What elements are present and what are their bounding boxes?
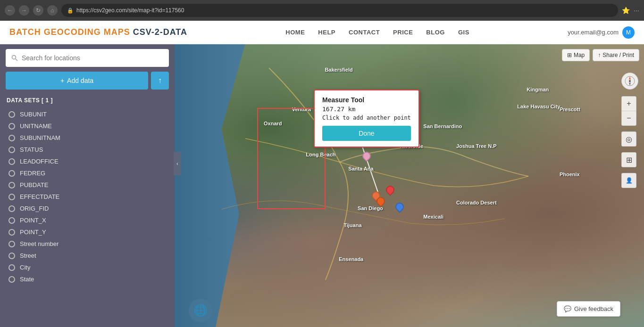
user-email: your.email@g.com (568, 29, 619, 36)
radio-button[interactable] (8, 264, 15, 271)
address-bar[interactable]: 🔒 https://csv2geo.com/site/map-it?id=117… (61, 4, 618, 17)
radio-button[interactable] (8, 253, 15, 259)
radio-button[interactable] (8, 182, 15, 188)
nav-home[interactable]: HOME (285, 29, 305, 36)
dataset-item[interactable]: UNITNAME (0, 120, 175, 132)
dataset-item[interactable]: ORIG_FID (0, 203, 175, 214)
bookmark-icon[interactable]: ⭐ (622, 7, 630, 14)
dataset-item[interactable]: City (0, 262, 175, 273)
measure-done-button[interactable]: Done (322, 126, 411, 141)
radio-button[interactable] (8, 194, 15, 200)
dataset-item[interactable]: LEADOFFICE (0, 155, 175, 167)
nav-blog[interactable]: BLOG (426, 29, 445, 36)
nav-help[interactable]: HELP (318, 29, 335, 36)
radio-button[interactable] (8, 205, 15, 212)
refresh-button[interactable]: ↻ (33, 5, 43, 16)
layers-button[interactable]: ⊞ (621, 152, 636, 167)
search-bar[interactable] (6, 49, 169, 67)
globe-watermark: 🌐 (189, 299, 212, 322)
radio-button[interactable] (8, 147, 15, 153)
map-background (175, 44, 644, 327)
dataset-item[interactable]: FEDREG (0, 167, 175, 179)
forward-button[interactable]: → (19, 5, 29, 16)
radio-button[interactable] (8, 158, 15, 165)
dataset-item[interactable]: Street (0, 250, 175, 262)
nav-contact[interactable]: CONTACT (349, 29, 380, 36)
add-data-button[interactable]: + Add data (6, 72, 148, 90)
radio-button[interactable] (8, 170, 15, 177)
field-name: Street number (20, 240, 59, 247)
streetview-button[interactable]: 👤 (621, 173, 636, 188)
dataset-list: SUBUNITUNITNAMESUBUNITNAMSTATUSLEADOFFIC… (0, 106, 175, 327)
radio-button[interactable] (8, 111, 15, 118)
dataset-item[interactable]: State (0, 273, 175, 285)
radio-button[interactable] (8, 229, 15, 236)
back-button[interactable]: ← (5, 5, 15, 16)
svg-point-0 (12, 56, 16, 59)
dataset-item[interactable]: SUBUNIT (0, 108, 175, 120)
recenter-button[interactable]: ◎ (621, 131, 636, 147)
url-text: https://csv2geo.com/site/map-it?id=11756… (76, 7, 184, 14)
share-icon: ↑ (598, 52, 601, 58)
share-print-button[interactable]: ↑ Share / Print (593, 49, 639, 61)
search-icon (11, 55, 18, 61)
field-name: STATUS (20, 146, 43, 153)
map-marker-5[interactable] (395, 203, 405, 214)
sidebar-collapse[interactable]: ‹ (174, 152, 181, 175)
menu-icon[interactable]: ··· (634, 7, 639, 14)
radio-button[interactable] (8, 123, 15, 130)
dataset-item[interactable]: SUBUNITNAM (0, 132, 175, 144)
compass-icon (624, 75, 636, 87)
map-tool-label: Map (574, 52, 585, 58)
map-area[interactable]: BakersfieldKingmanVenturaLos AngelesSan … (175, 44, 644, 327)
map-toolbar: ⊞ Map ↑ Share / Print (562, 49, 639, 61)
dataset-item[interactable]: POINT_Y (0, 226, 175, 238)
dataset-item[interactable]: POINT_X (0, 214, 175, 226)
map-marker-1[interactable] (362, 152, 372, 163)
dataset-item[interactable]: Street number (0, 238, 175, 250)
map-marker-3[interactable] (386, 186, 395, 197)
user-area: your.email@g.com M (568, 26, 635, 39)
feedback-icon: 💬 (564, 305, 571, 312)
add-data-label: Add data (67, 77, 93, 84)
south-arrow (629, 82, 631, 86)
dataset-item[interactable]: PUBDATE (0, 179, 175, 191)
compass-control[interactable] (621, 73, 638, 90)
feedback-label: Give feedback (574, 305, 613, 312)
main-layout: + Add data ↑ DATA SETS [ 1 ] SUBUNITUNIT… (0, 44, 644, 327)
zoom-out-button[interactable]: − (621, 111, 636, 126)
pacific-ocean (175, 44, 292, 327)
home-button[interactable]: ⌂ (47, 5, 58, 16)
user-avatar[interactable]: M (622, 26, 635, 39)
field-name: ORIG_FID (20, 205, 49, 212)
search-input[interactable] (22, 54, 163, 62)
nav-links: HOME HELP CONTACT PRICE BLOG GIS (285, 29, 469, 36)
radio-button[interactable] (8, 217, 15, 224)
svg-line-1 (16, 59, 17, 61)
field-name: EFFECTDATE (20, 193, 59, 200)
zoom-in-button[interactable]: + (621, 96, 636, 111)
zoom-controls: + − (621, 96, 638, 126)
datasets-header: DATA SETS [ 1 ] (0, 94, 175, 106)
field-name: LEADOFFICE (20, 158, 59, 165)
nav-price[interactable]: PRICE (393, 29, 413, 36)
nav-gis[interactable]: GIS (458, 29, 469, 36)
map-marker-4[interactable] (376, 197, 386, 208)
field-name: UNITNAME (20, 123, 52, 130)
radio-button[interactable] (8, 241, 15, 247)
map-view-button[interactable]: ⊞ Map (562, 49, 590, 61)
field-name: FEDREG (20, 170, 45, 177)
upload-button[interactable]: ↑ (151, 72, 169, 90)
measure-distance: 167.27 km (322, 106, 411, 113)
share-label: Share / Print (602, 52, 634, 58)
app-header: BATCH GEOCODING MAPS CSV-2-DATA HOME HEL… (0, 21, 644, 44)
radio-button[interactable] (8, 135, 15, 141)
dataset-item[interactable]: STATUS (0, 144, 175, 155)
feedback-button[interactable]: 💬 Give feedback (557, 301, 620, 317)
map-controls: + − ◎ ⊞ 👤 (621, 73, 638, 188)
dataset-item[interactable]: EFFECTDATE (0, 191, 175, 203)
radio-button[interactable] (8, 276, 15, 283)
field-name: SUBUNIT (20, 111, 47, 118)
field-name: Street (20, 252, 36, 259)
logo: BATCH GEOCODING MAPS CSV-2-DATA (9, 27, 187, 37)
